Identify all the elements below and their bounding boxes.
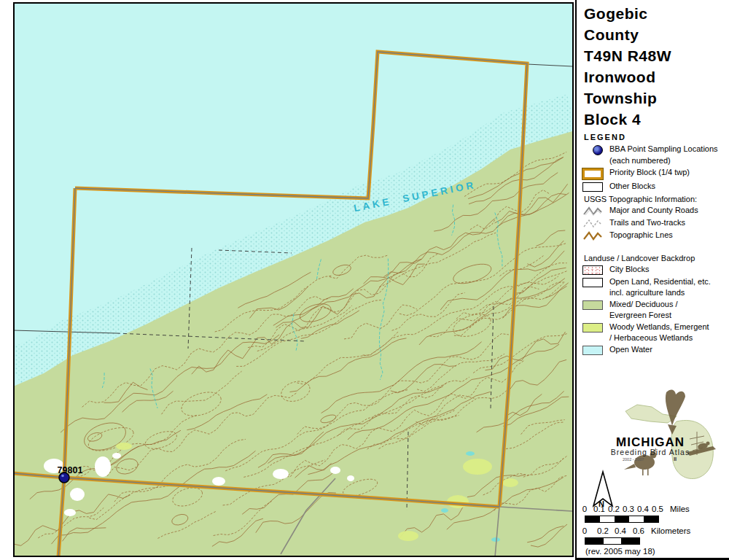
legend-item-other-blocks: Other Blocks [582, 182, 728, 192]
scale-miles-bar [585, 516, 659, 523]
tick-label: 0.2 [597, 526, 609, 535]
legend-label: Other Blocks [609, 182, 655, 191]
revision-note: (rev. 2005 may 18) [585, 547, 655, 556]
legend-item-wetlands: Woody Wetlands, Emergent [582, 322, 728, 332]
legend-item-roads: Major and County Roads [582, 206, 728, 216]
legend-label: Woody Wetlands, Emergent [609, 322, 709, 332]
map-title: Gogebic County T49N R48W Ironwood Townsh… [584, 3, 671, 130]
bba-point-label: 79801 [58, 465, 83, 475]
priority-block-swatch [582, 168, 604, 179]
title-township-1: Ironwood [584, 66, 671, 88]
tick-label: 0.3 [623, 505, 634, 513]
usgs-heading: USGS Topographic Information: [584, 194, 728, 204]
legend-panel: Gogebic County T49N R48W Ironwood Townsh… [575, 0, 729, 560]
logo-numeral: II [674, 456, 677, 462]
legend-item-bba-points: BBA Point Sampling Locations [582, 144, 728, 155]
legend-list: BBA Point Sampling Locations (each numbe… [582, 144, 728, 357]
landuse-heading: Landuse / Landcover Backdrop [584, 253, 728, 263]
scale-km-labels: 0 0.2 0.4 0.6 Kilometers [582, 526, 728, 536]
legend-label-cont: incl. agriculture lands [609, 288, 728, 298]
tick-label: 0.6 [633, 526, 644, 535]
title-township-2: Township [584, 88, 671, 109]
legend-label: Open Water [609, 345, 652, 354]
legend-label-cont: (each numbered) [609, 156, 728, 166]
legend-item-open-land: Open Land, Residential, etc. [582, 277, 728, 287]
open-land-swatch [582, 278, 604, 287]
roads-line-icon [582, 206, 604, 216]
title-county-2: County [584, 24, 671, 45]
tick-label: 0.4 [615, 526, 626, 535]
legend-item-priority-block: Priority Block (1/4 twp) [582, 168, 728, 179]
topo-map: LAKE SUPERIOR 79801 [13, 2, 574, 557]
legend-label-cont: Evergreen Forest [609, 311, 728, 320]
scale-bar-miles: 0 0.1 0.2 0.3 0.4 0.5 Miles [582, 505, 728, 514]
legend-item-forest: Mixed/ Deciduous / [582, 300, 728, 310]
forest-swatch [582, 300, 604, 310]
trails-line-icon [582, 219, 604, 228]
legend-label: Open Land, Residential, etc. [609, 277, 711, 287]
wetland-swatch [582, 323, 604, 332]
legend-item-trails: Trails and Two-tracks [582, 218, 728, 228]
legend-heading: LEGEND [584, 133, 626, 141]
city-blocks-swatch [582, 265, 604, 275]
legend-label: City Blocks [609, 265, 649, 274]
scale-bar-kilometers: 0 0.2 0.4 0.6 Kilometers [582, 526, 728, 536]
topo-line-icon [582, 231, 604, 241]
legend-label: Major and County Roads [609, 206, 698, 215]
legend-item-open-water: Open Water [582, 345, 728, 355]
scale-km-bar [585, 537, 640, 545]
logo-subtitle: Breeding Bird Atlas [611, 448, 690, 456]
tick-label: 0.4 [637, 505, 649, 513]
scale-miles-labels: 0 0.1 0.2 0.3 0.4 0.5 Miles [582, 505, 728, 514]
map-viewport: LAKE SUPERIOR 79801 [13, 2, 574, 557]
legend-label: BBA Point Sampling Locations [609, 144, 718, 154]
map-sheet: LAKE SUPERIOR 79801 Gogebic County T49N … [0, 0, 729, 560]
tick-label: 0.2 [608, 505, 620, 513]
bba-point-icon [582, 145, 604, 155]
legend-label-cont: / Herbaceous Wetlands [609, 333, 728, 343]
legend-label: Topographic Lnes [609, 230, 673, 240]
title-county-1: Gogebic [584, 3, 671, 24]
scale-unit: Miles [670, 505, 690, 513]
legend-item-city-blocks: City Blocks [582, 265, 728, 275]
legend-label: Mixed/ Deciduous / [609, 300, 678, 309]
tick-label: 0.1 [593, 505, 605, 513]
legend-label: Priority Block (1/4 twp) [609, 168, 690, 177]
title-block: Block 4 [584, 109, 671, 130]
legend-item-topo-lines: Topographic Lnes [582, 230, 728, 241]
water-swatch [582, 346, 604, 355]
tick-label: 0.5 [652, 505, 663, 513]
logo-years: 2002 - 2007 [623, 457, 644, 462]
other-block-swatch [582, 182, 604, 192]
legend-label: Trails and Two-tracks [609, 218, 685, 228]
tick-label: 0 [582, 526, 587, 535]
tick-label: 0 [582, 505, 587, 513]
scale-unit: Kilometers [651, 526, 690, 535]
title-township-range: T49N R48W [584, 45, 671, 66]
